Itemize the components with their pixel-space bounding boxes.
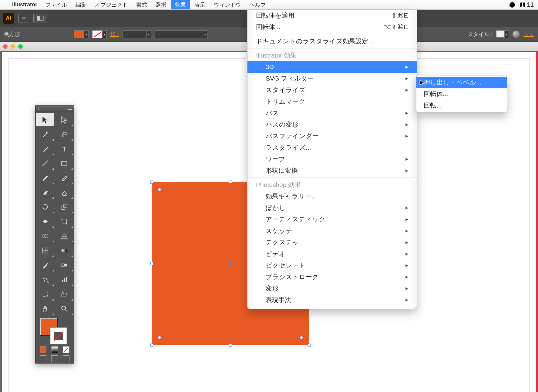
menu-item[interactable]: ビデオ: [247, 248, 417, 260]
color-mode-solid[interactable]: [40, 346, 46, 353]
collapse-icon[interactable]: ▸▸: [68, 107, 72, 111]
menu-item[interactable]: ワープ: [247, 153, 417, 165]
draw-behind[interactable]: [51, 355, 58, 362]
tool-hand[interactable]: [35, 301, 55, 316]
document-setup-icon[interactable]: [513, 31, 520, 38]
tool-lasso[interactable]: [55, 127, 74, 141]
tool-shape-builder[interactable]: [35, 229, 55, 243]
tool-pen[interactable]: [35, 141, 55, 156]
menu-effect[interactable]: 効果: [171, 0, 190, 9]
svg-point-27: [62, 306, 66, 310]
stroke-color-icon[interactable]: [50, 327, 67, 344]
menu-window[interactable]: ウィンドウ: [210, 0, 245, 9]
tool-type[interactable]: T: [55, 141, 74, 156]
tool-selection[interactable]: [36, 113, 54, 126]
menu-object[interactable]: オブジェクト: [91, 0, 132, 9]
tool-column-graph[interactable]: [55, 272, 74, 287]
close-icon[interactable]: ×: [37, 107, 40, 111]
tool-eraser[interactable]: [55, 185, 74, 200]
fill-stroke-control[interactable]: [35, 316, 74, 345]
menu-apply-last[interactable]: 回転体を適用 ⇧⌘E: [247, 10, 417, 21]
arrange-documents-button[interactable]: [33, 14, 47, 22]
svg-point-9: [61, 218, 62, 220]
color-mode-none[interactable]: [63, 346, 69, 353]
menu-item[interactable]: パスの変形: [247, 119, 417, 130]
menu-item[interactable]: ぼかし: [247, 202, 417, 214]
tool-magic-wand[interactable]: [35, 127, 55, 141]
variable-width-dd[interactable]: ▾: [203, 30, 207, 38]
draw-inside[interactable]: [63, 355, 69, 362]
status-dot-icon[interactable]: [509, 2, 515, 8]
fill-swatch[interactable]: [74, 30, 84, 38]
svg-rect-23: [64, 278, 65, 282]
menu-item[interactable]: ブラシストローク: [247, 271, 417, 283]
tool-blob-brush[interactable]: [35, 185, 55, 200]
tool-eyedropper[interactable]: [35, 258, 55, 272]
tool-pencil[interactable]: [55, 171, 74, 185]
menu-item[interactable]: スタイライズ: [247, 84, 417, 96]
menu-item[interactable]: スケッチ: [247, 225, 417, 237]
style-dd[interactable]: ▾: [505, 30, 509, 38]
app-name[interactable]: Illustrator: [8, 2, 41, 8]
menu-edit[interactable]: 編集: [71, 0, 91, 9]
menu-item[interactable]: アーティスティック: [247, 214, 417, 225]
submenu-item[interactable]: 回転体...: [416, 88, 507, 100]
tool-rotate[interactable]: [35, 200, 55, 214]
menu-item[interactable]: 形状に変換: [247, 165, 417, 176]
tool-scale[interactable]: [55, 200, 74, 214]
tool-symbol-sprayer[interactable]: [35, 272, 55, 287]
tool-slice[interactable]: [55, 287, 74, 301]
fill-dropdown[interactable]: ▾: [84, 30, 89, 38]
illustrator-logo-icon[interactable]: Ai: [3, 13, 14, 24]
tool-width[interactable]: [35, 214, 55, 229]
menu-item[interactable]: テクスチャ: [247, 237, 417, 248]
variable-width-select[interactable]: [155, 30, 203, 38]
menu-select[interactable]: 選択: [151, 0, 171, 9]
bridge-button[interactable]: Br: [18, 14, 29, 22]
menu-help[interactable]: ヘルプ: [245, 0, 270, 9]
menu-file[interactable]: ファイル: [41, 0, 71, 9]
menu-type[interactable]: 書式: [132, 0, 151, 9]
menu-item[interactable]: トリムマーク: [247, 96, 417, 107]
tool-gradient[interactable]: [55, 243, 74, 258]
menu-item[interactable]: ピクセレート: [247, 260, 417, 271]
submenu-item[interactable]: 押し出し・ベベル...: [416, 77, 507, 88]
tool-zoom[interactable]: [55, 301, 74, 316]
menu-rasterize-settings[interactable]: ドキュメントのラスタライズ効果設定...: [247, 35, 417, 47]
stroke-weight-input[interactable]: [123, 30, 147, 38]
menu-item[interactable]: SVG フィルター: [247, 73, 417, 84]
menu-item-label: 表現手法: [266, 296, 291, 304]
tool-perspective[interactable]: [55, 229, 74, 243]
share-link[interactable]: シェ: [523, 31, 534, 38]
stroke-dropdown[interactable]: ▾: [103, 30, 107, 38]
menu-item[interactable]: パスファインダー: [247, 130, 417, 142]
tool-direct-selection[interactable]: [55, 112, 74, 127]
menu-item[interactable]: 3D: [247, 61, 417, 73]
menu-item[interactable]: 変形: [247, 283, 417, 294]
menu-item[interactable]: 効果ギャラリー...: [247, 191, 417, 202]
stroke-weight-dd[interactable]: ▾: [147, 30, 151, 38]
section-header-photoshop: Photoshop 効果: [247, 179, 417, 191]
tool-free-transform[interactable]: [55, 214, 74, 229]
creative-cloud-icon[interactable]: 11: [520, 1, 534, 8]
color-mode-gradient[interactable]: [51, 346, 58, 353]
window-close-icon[interactable]: [3, 44, 8, 49]
menu-view[interactable]: 表示: [190, 0, 210, 9]
tool-mesh[interactable]: [35, 243, 55, 258]
tool-blend[interactable]: [55, 258, 74, 272]
menu-last-effect[interactable]: 回転体... ⌥⇧⌘E: [247, 21, 417, 33]
graphic-style-swatch[interactable]: [496, 30, 505, 38]
window-minimize-icon[interactable]: [11, 44, 15, 49]
tool-line[interactable]: [35, 156, 55, 171]
tool-paintbrush[interactable]: [35, 171, 55, 185]
tool-artboard[interactable]: [35, 287, 55, 301]
menu-item[interactable]: パス: [247, 107, 417, 119]
menu-item[interactable]: ラスタライズ...: [247, 142, 417, 153]
submenu-item[interactable]: 回転...: [416, 100, 507, 111]
stroke-swatch[interactable]: [92, 30, 103, 38]
draw-normal[interactable]: [40, 355, 46, 362]
tools-panel-header[interactable]: ×▸▸: [35, 106, 74, 112]
menu-item[interactable]: 表現手法: [247, 294, 417, 306]
window-zoom-icon[interactable]: [18, 44, 23, 49]
tool-rectangle[interactable]: [55, 156, 74, 171]
